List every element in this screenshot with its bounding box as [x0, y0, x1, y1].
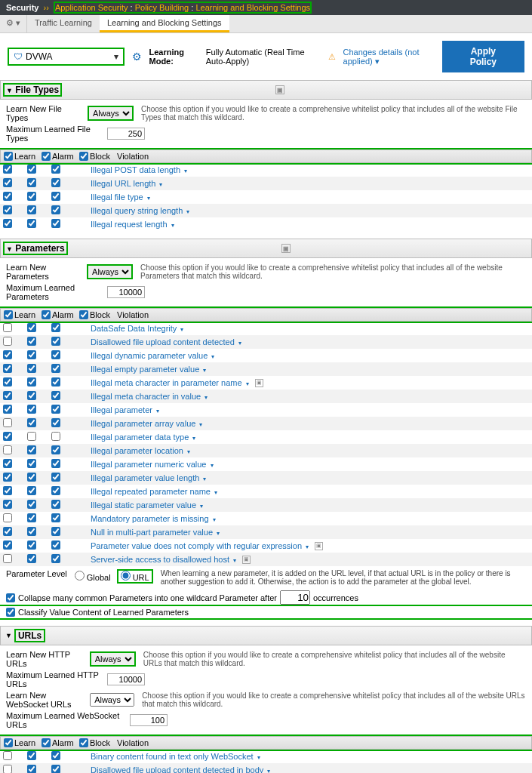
- max-filetypes-input[interactable]: [107, 128, 145, 140]
- block-checkbox[interactable]: [51, 500, 60, 509]
- block-checkbox[interactable]: [51, 391, 60, 400]
- urls-block-all[interactable]: [79, 738, 88, 747]
- learn-checkbox[interactable]: [3, 323, 12, 332]
- alarm-checkbox[interactable]: [27, 350, 36, 359]
- violation-name-link[interactable]: Illegal meta character in value ▾: [91, 392, 208, 401]
- classify-value-content-checkbox[interactable]: [6, 608, 15, 617]
- tab-learning-blocking[interactable]: Learning and Blocking Settings: [100, 15, 229, 32]
- learn-checkbox[interactable]: [3, 751, 12, 760]
- section-filetypes-header[interactable]: ▼ File Types ▣: [0, 80, 532, 100]
- alarm-checkbox[interactable]: [27, 554, 36, 563]
- violation-name-link[interactable]: Illegal query string length ▾: [91, 206, 189, 215]
- learn-checkbox[interactable]: [3, 377, 12, 386]
- block-checkbox[interactable]: [51, 219, 60, 228]
- alarm-checkbox[interactable]: [27, 405, 36, 414]
- learn-ws-urls-select[interactable]: Always: [90, 693, 134, 707]
- learn-parameters-select[interactable]: Always: [87, 264, 133, 279]
- learn-checkbox[interactable]: [3, 350, 12, 359]
- max-http-urls-input[interactable]: [107, 673, 145, 685]
- block-checkbox[interactable]: [51, 337, 60, 346]
- violation-name-link[interactable]: Illegal dynamic parameter value ▾: [91, 351, 214, 360]
- violation-name-link[interactable]: Illegal repeated parameter name ▾: [91, 487, 217, 496]
- block-checkbox[interactable]: [51, 364, 60, 373]
- alarm-checkbox[interactable]: [27, 337, 36, 346]
- block-checkbox[interactable]: [51, 459, 60, 468]
- alarm-checkbox[interactable]: [27, 165, 36, 174]
- block-checkbox[interactable]: [51, 405, 60, 414]
- changes-link[interactable]: Changes details (not applied) ▾: [343, 48, 435, 66]
- block-checkbox[interactable]: [51, 765, 60, 773]
- urls-learn-all[interactable]: [4, 738, 13, 747]
- parameters-block-all[interactable]: [79, 310, 88, 319]
- alarm-checkbox[interactable]: [27, 178, 36, 187]
- violation-name-link[interactable]: Server-side access to disallowed host ▾: [91, 555, 236, 564]
- filetypes-block-all[interactable]: [79, 152, 88, 161]
- alarm-checkbox[interactable]: [27, 540, 36, 550]
- block-checkbox[interactable]: [51, 527, 60, 536]
- learn-checkbox[interactable]: [3, 192, 12, 201]
- section-parameters-header[interactable]: ▼ Parameters ▣: [0, 239, 532, 258]
- learn-checkbox[interactable]: [3, 178, 12, 187]
- expand-icon[interactable]: ▣: [255, 379, 263, 387]
- block-checkbox[interactable]: [51, 513, 60, 522]
- learn-checkbox[interactable]: [3, 527, 12, 536]
- learn-checkbox[interactable]: [3, 765, 12, 773]
- policy-selector[interactable]: 🛡 DVWA ▾: [8, 48, 125, 66]
- gear-tab[interactable]: ⚙ ▾: [0, 15, 27, 32]
- collapse-icon[interactable]: ▣: [281, 244, 291, 253]
- block-checkbox[interactable]: [51, 205, 60, 214]
- violation-name-link[interactable]: Null in multi-part parameter value ▾: [91, 528, 220, 537]
- block-checkbox[interactable]: [51, 377, 60, 386]
- max-ws-urls-input[interactable]: [130, 714, 168, 726]
- violation-name-link[interactable]: Illegal parameter numeric value ▾: [91, 460, 214, 469]
- block-checkbox[interactable]: [51, 178, 60, 187]
- alarm-checkbox[interactable]: [27, 364, 36, 373]
- alarm-checkbox[interactable]: [27, 192, 36, 201]
- block-checkbox[interactable]: [51, 554, 60, 563]
- learn-checkbox[interactable]: [3, 391, 12, 400]
- learn-checkbox[interactable]: [3, 418, 12, 427]
- block-checkbox[interactable]: [51, 751, 60, 760]
- block-checkbox[interactable]: [51, 165, 60, 174]
- block-checkbox[interactable]: [51, 445, 60, 454]
- section-urls-header[interactable]: ▼ URLs: [0, 626, 532, 645]
- alarm-checkbox[interactable]: [27, 513, 36, 522]
- violation-name-link[interactable]: Illegal parameter value length ▾: [91, 473, 206, 482]
- alarm-checkbox[interactable]: [27, 432, 36, 441]
- parameter-level-url[interactable]: URL: [121, 571, 149, 582]
- gear-icon[interactable]: ⚙: [132, 51, 142, 63]
- violation-name-link[interactable]: Illegal URL length ▾: [91, 179, 162, 188]
- alarm-checkbox[interactable]: [27, 205, 36, 214]
- learn-checkbox[interactable]: [3, 500, 12, 509]
- filetypes-alarm-all[interactable]: [42, 152, 51, 161]
- alarm-checkbox[interactable]: [27, 391, 36, 400]
- urls-alarm-all[interactable]: [42, 738, 51, 747]
- collapse-icon[interactable]: ▣: [275, 85, 284, 94]
- alarm-checkbox[interactable]: [27, 377, 36, 386]
- alarm-checkbox[interactable]: [27, 473, 36, 482]
- violation-name-link[interactable]: Disallowed file upload content detected …: [91, 337, 241, 346]
- violation-name-link[interactable]: Illegal parameter ▾: [91, 405, 159, 414]
- violation-name-link[interactable]: Illegal static parameter value ▾: [91, 500, 203, 510]
- learn-http-urls-select[interactable]: Always: [90, 651, 136, 667]
- block-checkbox[interactable]: [51, 432, 60, 441]
- block-checkbox[interactable]: [51, 473, 60, 482]
- violation-name-link[interactable]: Illegal meta character in parameter name…: [91, 378, 249, 387]
- learn-checkbox[interactable]: [3, 405, 12, 414]
- violation-name-link[interactable]: Parameter value does not comply with reg…: [91, 541, 309, 550]
- learn-checkbox[interactable]: [3, 337, 12, 346]
- block-checkbox[interactable]: [51, 418, 60, 427]
- alarm-checkbox[interactable]: [27, 765, 36, 773]
- parameter-level-global[interactable]: Global: [75, 571, 111, 582]
- block-checkbox[interactable]: [51, 540, 60, 550]
- violation-name-link[interactable]: DataSafe Data Integrity ▾: [91, 324, 183, 333]
- collapse-occurrences-input[interactable]: [280, 590, 310, 605]
- block-checkbox[interactable]: [51, 192, 60, 201]
- violation-name-link[interactable]: Mandatory parameter is missing ▾: [91, 514, 216, 523]
- alarm-checkbox[interactable]: [27, 418, 36, 427]
- expand-icon[interactable]: ▣: [315, 542, 323, 550]
- violation-name-link[interactable]: Disallowed file upload content detected …: [91, 765, 270, 773]
- learn-checkbox[interactable]: [3, 486, 12, 495]
- violation-name-link[interactable]: Illegal request length ▾: [91, 220, 174, 229]
- alarm-checkbox[interactable]: [27, 219, 36, 228]
